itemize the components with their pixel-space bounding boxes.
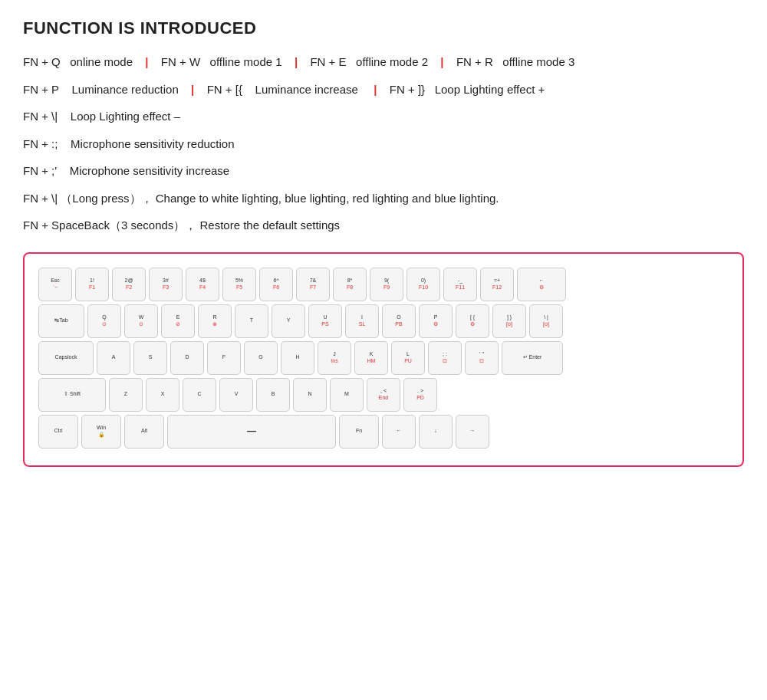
fn-line-3: FN + \| Loop Lighting effect – [23, 107, 744, 127]
key-h[interactable]: H [281, 341, 314, 375]
key-z[interactable]: Z [109, 378, 143, 412]
key-quote[interactable]: ' " ⊡ [465, 341, 499, 375]
key-enter[interactable]: ↵ Enter [502, 341, 563, 375]
key-esc[interactable]: Esc `~ [38, 268, 72, 301]
key-6[interactable]: 6^ F6 [259, 268, 293, 301]
key-p[interactable]: P ⚙ [419, 304, 453, 338]
key-arrow-right[interactable]: → [456, 415, 489, 449]
keyboard-row-5: Ctrl Win 🔒 Alt — Fn ← ↓ → [38, 415, 729, 449]
key-r[interactable]: R ⊗ [198, 304, 232, 338]
key-backspace[interactable]: ← ⚙ [517, 268, 566, 301]
key-v[interactable]: V [219, 378, 253, 412]
key-arrow-left[interactable]: ← [382, 415, 416, 449]
key-s[interactable]: S [133, 341, 167, 375]
key-2[interactable]: 2@ F2 [112, 268, 146, 301]
fn-line-4: FN + :; Microphone sensitivity reduction [23, 134, 744, 154]
key-b[interactable]: B [256, 378, 290, 412]
key-7[interactable]: 7& F7 [296, 268, 330, 301]
key-9[interactable]: 9( F9 [370, 268, 403, 301]
function-lines: FN + Q online mode | FN + W offline mode… [23, 52, 744, 235]
key-n[interactable]: N [293, 378, 327, 412]
keyboard-row-2: ↹Tab Q ⊙ W ⊙ E ⊘ R ⊗ T Y U PS I SL [38, 304, 729, 338]
key-o[interactable]: O PB [382, 304, 416, 338]
key-1[interactable]: 1! F1 [75, 268, 109, 301]
keyboard-row-1: Esc `~ 1! F1 2@ F2 3# F3 4$ F4 5% F5 6^ … [38, 268, 729, 301]
key-period[interactable]: . > PD [403, 378, 437, 412]
fn-line-6: FN + \| （Long press）， Change to white li… [23, 189, 744, 209]
key-capslock[interactable]: Capslock [38, 341, 94, 375]
key-5[interactable]: 5% F5 [222, 268, 256, 301]
keyboard: Esc `~ 1! F1 2@ F2 3# F3 4$ F4 5% F5 6^ … [23, 252, 744, 467]
key-4[interactable]: 4$ F4 [186, 268, 219, 301]
key-w[interactable]: W ⊙ [124, 304, 158, 338]
key-0[interactable]: 0) F10 [407, 268, 440, 301]
key-equals[interactable]: =+ F12 [480, 268, 514, 301]
key-3[interactable]: 3# F3 [149, 268, 183, 301]
key-g[interactable]: G [244, 341, 278, 375]
key-d[interactable]: D [170, 341, 204, 375]
key-u[interactable]: U PS [308, 304, 342, 338]
key-space[interactable]: — [167, 415, 336, 449]
key-fn[interactable]: Fn [339, 415, 379, 449]
key-lbracket[interactable]: [ { ⚙ [456, 304, 489, 338]
key-win[interactable]: Win 🔒 [81, 415, 121, 449]
key-f[interactable]: F [207, 341, 241, 375]
keyboard-row-4: ⇧ Shift Z X C V B N M , < End . > PD [38, 378, 729, 412]
key-i[interactable]: I SL [345, 304, 379, 338]
page-title: FUNCTION IS INTRODUCED [23, 18, 744, 38]
fn-line-5: FN + ;' Microphone sensitivity increase [23, 161, 744, 181]
key-8[interactable]: 8* F8 [333, 268, 367, 301]
key-comma[interactable]: , < End [367, 378, 400, 412]
key-tab[interactable]: ↹Tab [38, 304, 84, 338]
fn-line-2: FN + P Luminance reduction | FN + [{ Lum… [23, 80, 744, 100]
key-q[interactable]: Q ⊙ [87, 304, 121, 338]
key-a[interactable]: A [97, 341, 130, 375]
key-e[interactable]: E ⊘ [161, 304, 195, 338]
key-c[interactable]: C [183, 378, 216, 412]
key-minus[interactable]: -_ F11 [443, 268, 477, 301]
key-m[interactable]: M [330, 378, 364, 412]
key-t[interactable]: T [235, 304, 268, 338]
key-rbracket[interactable]: ] } [o] [492, 304, 526, 338]
key-lshift[interactable]: ⇧ Shift [38, 378, 106, 412]
key-x[interactable]: X [146, 378, 179, 412]
fn-line-1: FN + Q online mode | FN + W offline mode… [23, 52, 744, 72]
key-k[interactable]: K HM [354, 341, 388, 375]
key-ctrl[interactable]: Ctrl [38, 415, 78, 449]
key-y[interactable]: Y [272, 304, 305, 338]
key-j[interactable]: J Ins [318, 341, 351, 375]
key-l[interactable]: L PU [391, 341, 425, 375]
key-semicolon[interactable]: ; : ⊡ [428, 341, 462, 375]
keyboard-row-3: Capslock A S D F G H J Ins K HM L PU [38, 341, 729, 375]
fn-line-7: FN + SpaceBack（3 seconds）， Restore the d… [23, 215, 744, 235]
key-backslash[interactable]: \ | [o] [529, 304, 563, 338]
key-alt[interactable]: Alt [124, 415, 164, 449]
key-arrow-down[interactable]: ↓ [419, 415, 453, 449]
